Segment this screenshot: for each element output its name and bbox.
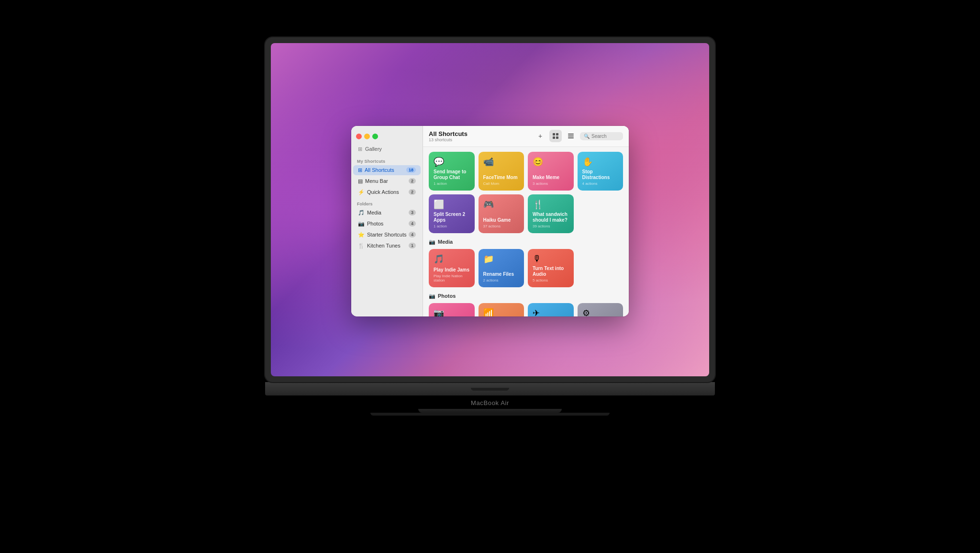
card-rename-files-name: Rename Files bbox=[483, 271, 520, 277]
card-turn-text-audio[interactable]: 🎙 Turn Text into Audio 5 actions bbox=[528, 248, 574, 287]
laptop-container: ⊞ Gallery My Shortcuts ⊞ All Shortcuts 1… bbox=[260, 37, 720, 516]
quick-actions-icon: ⚡ bbox=[358, 189, 365, 195]
card-send-image-name: Send Image to Group Chat bbox=[434, 169, 470, 180]
starter-shortcuts-badge: 4 bbox=[409, 232, 416, 237]
card-show-screenshots-icon: ⚙ bbox=[582, 307, 619, 316]
card-what-sandwich[interactable]: 🍴 What sandwich should I make? 39 action… bbox=[528, 194, 574, 233]
card-facetime-mom-actions: Call Mom bbox=[483, 181, 520, 185]
close-button[interactable] bbox=[356, 133, 362, 139]
card-rename-files[interactable]: 📁 Rename Files 2 actions bbox=[479, 248, 524, 287]
card-what-sandwich-name: What sandwich should I make? bbox=[533, 211, 569, 223]
svg-rect-5 bbox=[568, 135, 574, 136]
card-facetime-mom[interactable]: 📹 FaceTime Mom Call Mom bbox=[479, 151, 524, 190]
grid-view-button[interactable] bbox=[549, 130, 562, 142]
card-haiku-game-name: Haiku Game bbox=[483, 217, 520, 223]
kitchen-tunes-badge: 1 bbox=[409, 243, 416, 248]
search-box: 🔍 bbox=[580, 132, 623, 140]
main-content: All Shortcuts 13 shortcuts + bbox=[423, 125, 629, 316]
all-shortcuts-badge: 18 bbox=[406, 167, 416, 173]
card-turn-text-audio-icon: 🎙 bbox=[533, 253, 569, 263]
toolbar-right: + bbox=[534, 130, 623, 142]
card-play-indie-icon: 🎵 bbox=[434, 253, 470, 264]
card-haiku-game-icon: 🎮 bbox=[483, 199, 520, 209]
svg-rect-2 bbox=[553, 136, 555, 139]
card-split-screen-actions: 1 action bbox=[434, 224, 470, 228]
photos-grid: 📷 Make GIF 14 actions 📶 AirDr bbox=[429, 303, 623, 316]
media-label: Media bbox=[367, 210, 381, 215]
card-show-screenshots[interactable]: ⚙ Show Screenshots 2 actions bbox=[578, 303, 624, 316]
card-stop-distractions[interactable]: ✋ Stop Distractions 4 actions bbox=[578, 151, 624, 190]
toolbar: All Shortcuts 13 shortcuts + bbox=[423, 125, 629, 147]
media-section-header: 📷 Media bbox=[429, 238, 623, 245]
add-button[interactable]: + bbox=[534, 130, 546, 142]
card-split-screen-name: Split Screen 2 Apps bbox=[434, 211, 470, 223]
laptop-stand bbox=[418, 409, 562, 413]
card-airdrop-photos-icon: 📶 bbox=[483, 307, 520, 316]
macos-window: ⊞ Gallery My Shortcuts ⊞ All Shortcuts 1… bbox=[351, 125, 629, 316]
card-haiku-game-actions: 37 actions bbox=[483, 224, 520, 228]
card-turn-text-audio-name: Turn Text into Audio bbox=[533, 265, 569, 277]
grid-icon bbox=[552, 133, 559, 139]
card-send-image-actions: 1 action bbox=[434, 181, 470, 185]
card-stop-distractions-actions: 4 actions bbox=[582, 181, 619, 185]
kitchen-tunes-label: Kitchen Tunes bbox=[367, 243, 401, 248]
card-make-gif-icon: 📷 bbox=[434, 307, 470, 316]
laptop-label-container: MacBook Air bbox=[471, 395, 509, 407]
card-facetime-mom-name: FaceTime Mom bbox=[483, 174, 520, 180]
card-make-meme-name: Make Meme bbox=[533, 174, 569, 180]
card-send-image-icon: 💬 bbox=[434, 156, 470, 167]
toolbar-title: All Shortcuts bbox=[429, 130, 534, 137]
folders-label: Folders bbox=[351, 197, 423, 207]
media-badge: 3 bbox=[409, 210, 416, 215]
quick-actions-label: Quick Actions bbox=[367, 189, 399, 195]
laptop-hinge bbox=[265, 391, 715, 395]
sidebar-item-starter-shortcuts[interactable]: ⭐ Starter Shortcuts 4 bbox=[353, 229, 421, 239]
card-play-indie-name: Play Indie Jams bbox=[434, 267, 470, 272]
photos-icon: 📷 bbox=[358, 220, 365, 226]
svg-rect-0 bbox=[553, 133, 555, 135]
sidebar-item-gallery[interactable]: ⊞ Gallery bbox=[353, 144, 421, 154]
photos-section-title: Photos bbox=[438, 293, 456, 299]
all-shortcuts-label: All Shortcuts bbox=[365, 167, 394, 173]
my-shortcuts-label: My Shortcuts bbox=[351, 157, 423, 164]
screen: ⊞ Gallery My Shortcuts ⊞ All Shortcuts 1… bbox=[271, 43, 709, 376]
menu-bar-icon: ▤ bbox=[358, 178, 363, 184]
sidebar-item-kitchen-tunes[interactable]: 🍴 Kitchen Tunes 1 bbox=[353, 240, 421, 250]
card-play-indie-actions: Play Indie Nation station bbox=[434, 273, 470, 282]
card-split-screen[interactable]: ⬜ Split Screen 2 Apps 1 action bbox=[429, 194, 475, 233]
laptop-model-label: MacBook Air bbox=[471, 399, 509, 406]
card-facetime-mom-icon: 📹 bbox=[483, 156, 520, 167]
sidebar-item-media[interactable]: 🎵 Media 3 bbox=[353, 207, 421, 217]
svg-rect-1 bbox=[556, 133, 558, 135]
starter-shortcuts-icon: ⭐ bbox=[358, 231, 365, 237]
card-make-gif[interactable]: 📷 Make GIF 14 actions bbox=[429, 303, 475, 316]
card-stop-distractions-name: Stop Distractions bbox=[582, 169, 619, 180]
sidebar-item-photos[interactable]: 📷 Photos 4 bbox=[353, 218, 421, 228]
svg-rect-6 bbox=[568, 137, 574, 138]
sidebar-item-all-shortcuts[interactable]: ⊞ All Shortcuts 18 bbox=[353, 165, 421, 175]
card-airdrop-photos[interactable]: 📶 AirDrop Photos 3 actions bbox=[479, 303, 524, 316]
card-haiku-game[interactable]: 🎮 Haiku Game 37 actions bbox=[479, 194, 524, 233]
minimize-button[interactable] bbox=[364, 133, 370, 139]
traffic-lights bbox=[351, 129, 423, 144]
media-icon: 🎵 bbox=[358, 209, 365, 215]
card-what-sandwich-icon: 🍴 bbox=[533, 199, 569, 209]
search-input[interactable] bbox=[591, 133, 620, 138]
sidebar-item-quick-actions[interactable]: ⚡ Quick Actions 2 bbox=[353, 187, 421, 197]
scroll-area[interactable]: 💬 Send Image to Group Chat 1 action 📹 bbox=[423, 147, 629, 316]
screen-bottom bbox=[265, 382, 715, 391]
sidebar-item-menu-bar[interactable]: ▤ Menu Bar 2 bbox=[353, 176, 421, 186]
screen-bezel: ⊞ Gallery My Shortcuts ⊞ All Shortcuts 1… bbox=[265, 37, 715, 382]
wallpaper: ⊞ Gallery My Shortcuts ⊞ All Shortcuts 1… bbox=[271, 43, 709, 376]
card-make-meme[interactable]: 😊 Make Meme 3 actions bbox=[528, 151, 574, 190]
list-view-button[interactable] bbox=[565, 130, 577, 142]
card-play-indie[interactable]: 🎵 Play Indie Jams Play Indie Nation stat… bbox=[429, 248, 475, 287]
list-icon bbox=[568, 133, 574, 139]
card-email-last-image[interactable]: ✈ Email Last Image 2 actions bbox=[528, 303, 574, 316]
gallery-label: Gallery bbox=[365, 146, 382, 152]
maximize-button[interactable] bbox=[372, 133, 378, 139]
card-stop-distractions-icon: ✋ bbox=[582, 156, 619, 167]
card-send-image[interactable]: 💬 Send Image to Group Chat 1 action bbox=[429, 151, 475, 190]
card-turn-text-audio-actions: 5 actions bbox=[533, 278, 569, 282]
quick-actions-badge: 2 bbox=[409, 189, 416, 195]
